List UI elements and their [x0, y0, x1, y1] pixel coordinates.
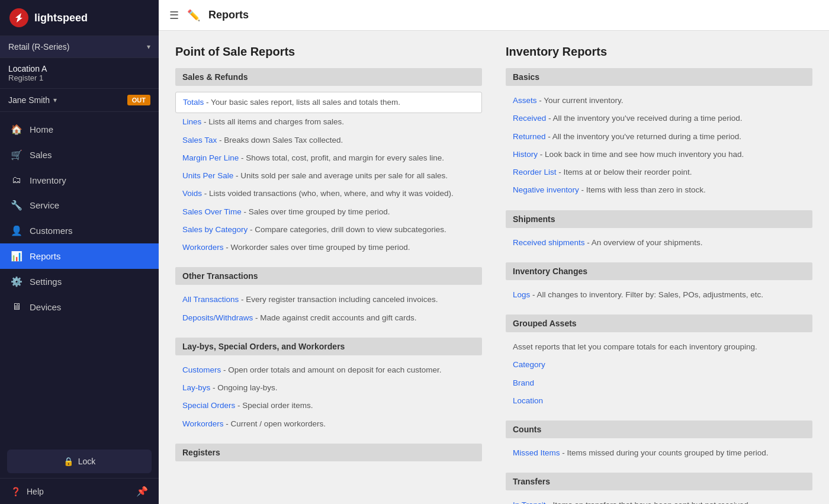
report-group-grouped-assets: Grouped AssetsAsset reports that let you… — [506, 314, 812, 410]
report-link-returned[interactable]: Returned — [513, 132, 546, 141]
nav-item-label: Customers — [30, 226, 73, 236]
report-item-brand: Brand — [506, 374, 812, 392]
report-link-margin-per-line[interactable]: Margin Per Line — [182, 153, 239, 162]
report-item-grouped-desc: Asset reports that let you compare total… — [506, 338, 812, 356]
report-group-header-grouped-assets: Grouped Assets — [506, 314, 812, 332]
sidebar-item-home[interactable]: 🏠Home — [0, 117, 159, 142]
report-link-special-orders[interactable]: Special Orders — [182, 401, 235, 410]
report-group-header-registers: Registers — [175, 444, 482, 461]
report-desc-sales-over-time: - Sales over time grouped by time period… — [242, 207, 390, 216]
help-button[interactable]: ❓ Help — [11, 487, 44, 496]
help-row: ❓ Help 📌 — [0, 478, 159, 504]
nav-item-label: Settings — [30, 277, 62, 287]
report-link-negative-inventory[interactable]: Negative inventory — [513, 185, 579, 194]
report-link-reorder-list[interactable]: Reorder List — [513, 168, 557, 176]
report-desc-lay-bys: - Ongoing lay-bys. — [210, 383, 277, 392]
service-icon: 🔧 — [11, 200, 23, 211]
report-group-header-laybys: Lay-bys, Special Orders, and Workorders — [175, 338, 482, 355]
menu-icon[interactable]: ☰ — [169, 9, 179, 22]
report-link-history[interactable]: History — [513, 150, 538, 159]
lock-button[interactable]: 🔒 Lock — [7, 450, 152, 473]
pos-reports-title: Point of Sale Reports — [175, 45, 482, 59]
report-item-category: Category — [506, 356, 812, 374]
report-desc-customers-orders: - Open order totals and amount on deposi… — [221, 365, 441, 374]
report-desc-sales-tax: - Breaks down Sales Tax collected. — [217, 136, 343, 145]
report-item-lines: Lines - Lists all items and charges from… — [175, 113, 482, 131]
report-item-assets: Assets - Your current inventory. — [506, 92, 812, 110]
location-info[interactable]: Location A Register 1 — [0, 58, 159, 89]
report-link-customers-orders[interactable]: Customers — [182, 365, 221, 374]
sidebar-item-reports[interactable]: 📊Reports — [0, 243, 159, 269]
report-group-counts: CountsMissed Items - Items missed during… — [506, 420, 812, 462]
report-group-header-other-transactions: Other Transactions — [175, 267, 482, 285]
user-selector[interactable]: Jane Smith ▾ — [8, 95, 57, 105]
pin-icon[interactable]: 📌 — [136, 486, 148, 497]
report-link-totals[interactable]: Totals — [183, 98, 204, 107]
report-item-workorders-sales: Workorders - Workorder sales over time g… — [175, 239, 482, 256]
report-item-sales-by-category: Sales by Category - Compare categories, … — [175, 221, 482, 239]
report-desc-history: - Look back in time and see how much inv… — [538, 150, 744, 159]
report-link-brand[interactable]: Brand — [513, 378, 534, 387]
report-desc-logs: - All changes to inventory. Filter by: S… — [530, 290, 763, 299]
reports-page-icon: ✏️ — [187, 9, 200, 22]
report-desc-grouped-desc: Asset reports that let you compare total… — [513, 342, 757, 351]
report-link-location[interactable]: Location — [513, 396, 543, 405]
store-name: Retail (R-Series) — [8, 42, 69, 52]
report-item-units-per-sale: Units Per Sale - Units sold per sale and… — [175, 167, 482, 185]
sidebar-item-customers[interactable]: 👤Customers — [0, 218, 159, 243]
report-item-lay-bys: Lay-bys - Ongoing lay-bys. — [175, 379, 482, 397]
report-link-assets[interactable]: Assets — [513, 96, 537, 105]
sidebar-item-inventory[interactable]: 🗂Inventory — [0, 168, 159, 192]
report-link-all-transactions[interactable]: All Transactions — [182, 295, 239, 304]
sidebar-item-settings[interactable]: ⚙️Settings — [0, 269, 159, 294]
report-link-deposits-withdraws[interactable]: Deposits/Withdraws — [182, 313, 253, 322]
nav-item-label: Sales — [30, 150, 52, 160]
nav-item-label: Reports — [30, 251, 61, 261]
report-link-lines[interactable]: Lines — [182, 117, 201, 126]
report-link-workorders-sales[interactable]: Workorders — [182, 243, 224, 252]
report-item-special-orders: Special Orders - Special order items. — [175, 397, 482, 415]
report-desc-deposits-withdraws: - Made against credit accounts and gift … — [253, 313, 416, 322]
main-content: ☰ ✏️ Reports Point of Sale Reports Sales… — [159, 0, 829, 504]
report-link-lay-bys[interactable]: Lay-bys — [182, 383, 210, 392]
report-group-header-basics: Basics — [506, 68, 812, 86]
sidebar-item-devices[interactable]: 🖥Devices — [0, 294, 159, 319]
customers-icon: 👤 — [11, 225, 23, 236]
report-link-workorders-open[interactable]: Workorders — [182, 419, 224, 428]
report-link-voids[interactable]: Voids — [182, 189, 202, 198]
devices-icon: 🖥 — [11, 301, 23, 312]
sidebar-item-service[interactable]: 🔧Service — [0, 192, 159, 218]
report-link-received-shipments[interactable]: Received shipments — [513, 238, 585, 247]
lightspeed-logo-icon — [9, 8, 28, 27]
sidebar: lightspeed Retail (R-Series) ▾ Location … — [0, 0, 159, 504]
report-item-returned: Returned - All the inventory you've retu… — [506, 128, 812, 146]
report-link-sales-by-category[interactable]: Sales by Category — [182, 225, 248, 234]
report-link-sales-over-time[interactable]: Sales Over Time — [182, 207, 242, 216]
report-item-deposits-withdraws: Deposits/Withdraws - Made against credit… — [175, 309, 482, 327]
report-link-missed-items[interactable]: Missed Items — [513, 448, 560, 457]
report-link-units-per-sale[interactable]: Units Per Sale — [182, 171, 233, 180]
report-item-negative-inventory: Negative inventory - Items with less tha… — [506, 181, 812, 199]
report-group-registers: Registers — [175, 444, 482, 461]
user-chevron-icon: ▾ — [53, 96, 57, 104]
report-item-in-transit: In Transit - Items on transfers that hav… — [506, 496, 812, 504]
sidebar-nav: 🏠Home🛒Sales🗂Inventory🔧Service👤Customers📊… — [0, 112, 159, 445]
reports-icon: 📊 — [11, 251, 23, 262]
store-chevron-icon: ▾ — [147, 43, 150, 51]
report-group-inventory-changes: Inventory ChangesLogs - All changes to i… — [506, 262, 812, 304]
report-desc-margin-per-line: - Shows total, cost, profit, and margin … — [239, 153, 444, 162]
report-link-logs[interactable]: Logs — [513, 290, 530, 299]
report-desc-negative-inventory: - Items with less than zero in stock. — [579, 185, 706, 194]
report-link-category[interactable]: Category — [513, 360, 545, 369]
nav-item-label: Service — [30, 200, 59, 210]
report-desc-received: - All the inventory you've received duri… — [546, 114, 742, 123]
report-desc-reorder-list: - Items at or below their reorder point. — [557, 168, 692, 176]
report-desc-lines: - Lists all items and charges from sales… — [201, 117, 344, 126]
sidebar-item-sales[interactable]: 🛒Sales — [0, 142, 159, 168]
sidebar-logo: lightspeed — [0, 0, 159, 36]
store-selector[interactable]: Retail (R-Series) ▾ — [0, 36, 159, 58]
user-bar: Jane Smith ▾ OUT — [0, 89, 159, 112]
report-link-in-transit[interactable]: In Transit — [513, 500, 546, 504]
report-link-received[interactable]: Received — [513, 114, 546, 123]
report-link-sales-tax[interactable]: Sales Tax — [182, 136, 217, 145]
